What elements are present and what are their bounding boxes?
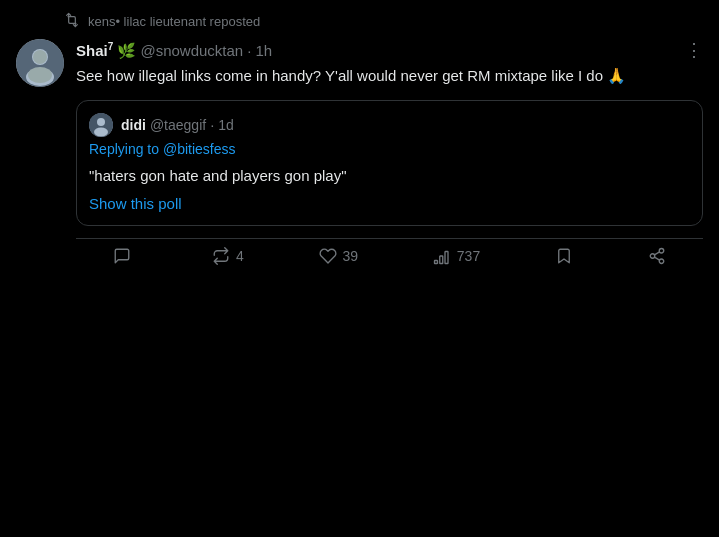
like-count: 39 bbox=[343, 248, 359, 264]
dot-separator: · bbox=[247, 42, 251, 59]
action-bar: 4 39 737 bbox=[76, 238, 703, 269]
like-icon bbox=[319, 247, 337, 265]
svg-line-14 bbox=[654, 257, 659, 260]
retweet-count: 4 bbox=[236, 248, 244, 264]
quoted-replying: Replying to @bitiesfess bbox=[89, 141, 690, 157]
repost-icon bbox=[64, 12, 80, 31]
svg-point-11 bbox=[659, 249, 664, 254]
svg-point-12 bbox=[650, 254, 655, 259]
share-icon bbox=[648, 247, 666, 265]
reply-action[interactable] bbox=[113, 247, 137, 265]
views-action[interactable]: 737 bbox=[433, 247, 480, 265]
bookmark-action[interactable] bbox=[555, 247, 573, 265]
quoted-avatar-image bbox=[89, 113, 113, 137]
quoted-avatar bbox=[89, 113, 113, 137]
like-action[interactable]: 39 bbox=[319, 247, 359, 265]
views-count: 737 bbox=[457, 248, 480, 264]
timestamp: 1h bbox=[255, 42, 272, 59]
username: @snowducktan bbox=[140, 42, 243, 59]
retweet-icon bbox=[212, 247, 230, 265]
tweet-user-info: Shai7 🌿 @snowducktan · 1h bbox=[76, 41, 272, 60]
quoted-dot: · bbox=[210, 116, 214, 133]
reply-icon bbox=[113, 247, 131, 265]
display-name: Shai7 🌿 bbox=[76, 41, 136, 60]
show-poll-link[interactable]: Show this poll bbox=[89, 195, 182, 212]
svg-rect-10 bbox=[445, 252, 448, 264]
quoted-timestamp: 1d bbox=[218, 117, 234, 133]
repost-label: kens• lilac lieutenant reposted bbox=[88, 14, 260, 29]
quoted-tweet-header: didi @taeggif · 1d bbox=[89, 113, 690, 137]
svg-point-3 bbox=[33, 50, 47, 64]
avatar-image bbox=[16, 39, 64, 87]
quoted-display-name: didi bbox=[121, 117, 146, 133]
views-icon bbox=[433, 247, 451, 265]
quoted-user-info: didi @taeggif · 1d bbox=[121, 116, 234, 133]
tweet-header: Shai7 🌿 @snowducktan · 1h ⋮ bbox=[76, 39, 703, 61]
tweet-container: kens• lilac lieutenant reposted bbox=[0, 0, 719, 281]
svg-point-4 bbox=[28, 67, 52, 83]
tweet-body: Shai7 🌿 @snowducktan · 1h ⋮ See how ille… bbox=[16, 39, 703, 269]
quoted-tweet[interactable]: didi @taeggif · 1d Replying to @bitiesfe… bbox=[76, 100, 703, 227]
repost-bar: kens• lilac lieutenant reposted bbox=[16, 12, 703, 31]
svg-point-6 bbox=[97, 118, 105, 126]
more-options-icon[interactable]: ⋮ bbox=[685, 39, 703, 61]
svg-rect-9 bbox=[440, 256, 443, 264]
quoted-text: "haters gon hate and players gon play" bbox=[89, 165, 690, 188]
svg-point-13 bbox=[659, 259, 664, 264]
svg-line-15 bbox=[654, 252, 659, 255]
quoted-username: @taeggif bbox=[150, 117, 206, 133]
share-action[interactable] bbox=[648, 247, 666, 265]
tweet-text: See how illegal links come in handy? Y'a… bbox=[76, 65, 703, 88]
svg-rect-8 bbox=[434, 261, 437, 264]
svg-point-7 bbox=[94, 127, 108, 136]
retweet-action[interactable]: 4 bbox=[212, 247, 244, 265]
bookmark-icon bbox=[555, 247, 573, 265]
avatar[interactable] bbox=[16, 39, 64, 87]
tweet-content: Shai7 🌿 @snowducktan · 1h ⋮ See how ille… bbox=[76, 39, 703, 269]
replying-to-handle[interactable]: @bitiesfess bbox=[163, 141, 236, 157]
